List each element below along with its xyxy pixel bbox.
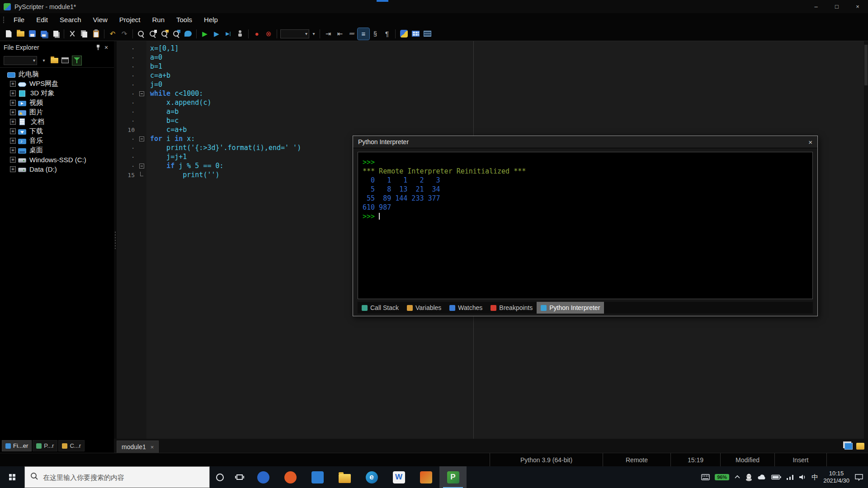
start-button[interactable] — [0, 466, 24, 488]
code-line[interactable]: · x.append(c) — [117, 98, 868, 107]
interpreter-titlebar[interactable]: Python Interpreter × — [353, 136, 817, 148]
new-file-icon[interactable] — [3, 28, 14, 40]
tree-item[interactable]: +音乐 — [0, 136, 114, 145]
panel-tab[interactable]: Fi...er — [2, 440, 32, 451]
code-line[interactable]: ·while c<1000: — [117, 89, 868, 98]
dedent-icon[interactable]: ⇤ — [334, 28, 346, 40]
tab-python-interpreter[interactable]: Python Interpreter — [537, 302, 604, 314]
tree-item[interactable]: +桌面 — [0, 145, 114, 155]
ime-indicator[interactable]: 中 — [811, 473, 818, 482]
cut-icon[interactable] — [66, 28, 78, 40]
pin-icon[interactable] — [94, 43, 102, 52]
menu-search[interactable]: Search — [54, 13, 87, 27]
expand-plus-icon[interactable]: + — [10, 166, 16, 172]
undo-icon[interactable]: ↶ — [107, 28, 118, 40]
code-line[interactable]: ·j=0 — [117, 80, 868, 89]
tab-watches[interactable]: Watches — [445, 302, 486, 314]
tree-item[interactable]: +文档 — [0, 117, 114, 127]
fold-collapse-icon[interactable] — [139, 164, 144, 169]
pilcrow-icon[interactable]: ¶ — [381, 28, 393, 40]
fold-collapse-icon[interactable] — [139, 136, 144, 141]
editor-tab-module1[interactable]: module1× — [117, 441, 159, 453]
file-explorer-button[interactable] — [331, 466, 358, 488]
cortana-button[interactable] — [210, 466, 230, 488]
fold-collapse-icon[interactable] — [139, 91, 144, 96]
open-file-icon[interactable] — [14, 28, 26, 40]
search-input[interactable] — [43, 474, 204, 481]
line-numbers-icon[interactable]: ### — [346, 28, 358, 40]
tree-item[interactable]: +3D 对象 — [0, 89, 114, 98]
expand-plus-icon[interactable]: + — [10, 109, 16, 115]
interpreter-output[interactable]: >>>*** Remote Interpreter Reinitialized … — [358, 152, 813, 299]
save-file-icon[interactable] — [26, 28, 38, 40]
code-template-icon[interactable]: § — [369, 28, 381, 40]
tree-item[interactable]: +Data (D:) — [0, 164, 114, 174]
run-icon[interactable]: ▶ — [199, 28, 211, 40]
open-folder-icon[interactable] — [51, 58, 58, 63]
code-line[interactable]: 10 c=a+b — [117, 125, 868, 134]
edge-browser-button[interactable]: e — [358, 466, 385, 488]
python-engine-icon[interactable] — [398, 28, 410, 40]
expand-plus-icon[interactable]: + — [10, 128, 16, 134]
editor-scrollbar[interactable] — [864, 41, 868, 439]
touch-keyboard-icon[interactable] — [701, 474, 710, 480]
find-icon[interactable] — [135, 28, 147, 40]
panel-tab[interactable]: P...r — [33, 440, 57, 451]
special-chars-icon[interactable]: ≡ — [358, 28, 369, 40]
panel-tab[interactable]: C...r — [58, 440, 85, 451]
photos-button[interactable] — [412, 466, 439, 488]
tree-item[interactable]: +下载 — [0, 127, 114, 136]
tab-close-icon[interactable]: × — [151, 444, 154, 450]
tab-call-stack[interactable]: Call Stack — [358, 302, 403, 314]
notification-center-icon[interactable] — [854, 474, 863, 481]
tab-variables[interactable]: Variables — [403, 302, 445, 314]
step-into-icon[interactable] — [234, 28, 246, 40]
combo-chevron[interactable]: ▾ — [310, 29, 317, 38]
qq-icon[interactable] — [745, 474, 752, 481]
panel-close-icon[interactable]: × — [102, 43, 110, 52]
close-button[interactable]: × — [847, 0, 868, 13]
python-window-icon[interactable] — [421, 28, 433, 40]
tree-item[interactable]: +WPS网盘 — [0, 79, 114, 89]
menu-edit[interactable]: Edit — [30, 13, 54, 27]
code-line[interactable]: ·a=0 — [117, 53, 868, 62]
interpreter-combo[interactable]: ▾ — [280, 29, 309, 38]
code-line[interactable]: · a=b — [117, 107, 868, 116]
network-icon[interactable] — [786, 474, 794, 480]
paste-icon[interactable] — [90, 28, 102, 40]
interpreter-close-icon[interactable]: × — [808, 138, 812, 146]
find-next-icon[interactable] — [147, 28, 159, 40]
tab-breakpoints[interactable]: Breakpoints — [486, 302, 537, 314]
taskbar-clock[interactable]: 10:15 2021/4/30 — [823, 470, 849, 484]
expand-plus-icon[interactable]: + — [10, 157, 16, 163]
explorer-path-combo[interactable]: ▾ — [4, 56, 37, 65]
menu-view[interactable]: View — [87, 13, 113, 27]
run-to-cursor-icon[interactable]: ▶| — [222, 28, 234, 40]
menu-tools[interactable]: Tools — [170, 13, 198, 27]
toggle-breakpoint-icon[interactable]: ● — [251, 28, 263, 40]
code-line[interactable]: ·b=1 — [117, 62, 868, 71]
expand-plus-icon[interactable]: + — [10, 147, 16, 153]
cloud-sync-icon[interactable] — [757, 474, 766, 480]
expand-plus-icon[interactable]: + — [10, 81, 16, 87]
menu-file[interactable]: File — [8, 13, 30, 27]
collapse-tree-icon[interactable] — [61, 57, 69, 63]
expand-plus-icon[interactable]: + — [10, 138, 16, 144]
tray-chevron-up-icon[interactable] — [734, 475, 741, 479]
battery-percent-badge[interactable]: 96% — [715, 474, 729, 480]
tree-item[interactable]: +图片 — [0, 108, 114, 117]
recent-files-icon[interactable] — [856, 443, 864, 450]
tree-item-root[interactable]: 此电脑 — [0, 70, 114, 79]
search-options-icon[interactable] — [182, 28, 194, 40]
clear-breakpoints-icon[interactable]: ⊗ — [263, 28, 274, 40]
minimize-button[interactable]: – — [806, 0, 826, 13]
scrollbar-thumb[interactable] — [864, 45, 868, 85]
print-file-icon[interactable] — [50, 28, 61, 40]
debug-icon[interactable]: ▶ — [211, 28, 222, 40]
task-view-button[interactable] — [230, 466, 250, 488]
maximize-button[interactable]: □ — [826, 0, 847, 13]
filter-button[interactable] — [72, 56, 82, 66]
expand-plus-icon[interactable]: + — [10, 119, 16, 125]
taskbar-search[interactable] — [24, 466, 210, 488]
menu-run[interactable]: Run — [146, 13, 171, 27]
